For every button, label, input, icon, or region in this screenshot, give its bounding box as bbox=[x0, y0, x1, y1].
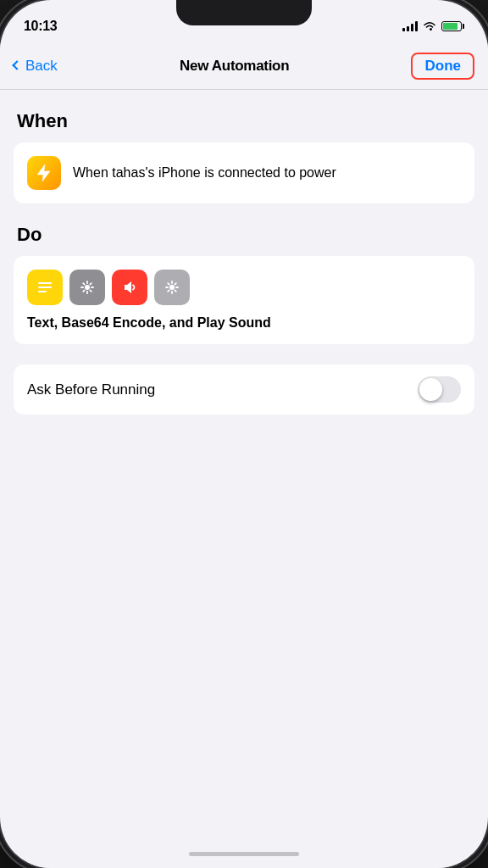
status-icons bbox=[402, 21, 464, 31]
do-card[interactable]: Text, Base64 Encode, and Play Sound bbox=[14, 256, 474, 344]
text-action-icon bbox=[27, 270, 63, 305]
back-chevron-icon bbox=[12, 60, 21, 70]
when-section-header: When bbox=[14, 110, 474, 132]
status-time: 10:13 bbox=[24, 19, 57, 34]
do-section: Do bbox=[14, 224, 474, 344]
toggle-knob bbox=[419, 378, 442, 401]
svg-rect-1 bbox=[38, 287, 52, 288]
home-indicator bbox=[0, 839, 488, 868]
gear2-action-icon bbox=[154, 270, 190, 305]
done-button[interactable]: Done bbox=[411, 53, 474, 80]
wifi-icon bbox=[423, 21, 436, 31]
sound-action-icon bbox=[112, 270, 147, 305]
signal-icon bbox=[402, 21, 418, 31]
svg-point-3 bbox=[85, 285, 90, 290]
nav-title: New Automation bbox=[180, 58, 289, 75]
power-trigger-icon bbox=[27, 156, 61, 190]
notch bbox=[176, 0, 312, 25]
action-icons-row bbox=[27, 270, 461, 305]
back-button[interactable]: Back bbox=[14, 58, 58, 75]
content-area: When When tahas's iPhone is connected to… bbox=[0, 90, 488, 839]
svg-rect-2 bbox=[38, 291, 47, 292]
screen: Back New Automation Done When When tahas… bbox=[0, 42, 488, 868]
base64-action-icon bbox=[69, 270, 105, 305]
do-actions-label: Text, Base64 Encode, and Play Sound bbox=[27, 315, 271, 330]
home-bar bbox=[189, 852, 299, 856]
ask-before-running-card: Ask Before Running bbox=[14, 364, 474, 415]
nav-bar: Back New Automation Done bbox=[0, 42, 488, 90]
svg-point-4 bbox=[169, 285, 175, 290]
trigger-description: When tahas's iPhone is connected to powe… bbox=[73, 164, 336, 182]
do-section-header: Do bbox=[14, 224, 474, 246]
battery-icon bbox=[441, 21, 464, 31]
ask-before-running-toggle[interactable] bbox=[418, 376, 461, 403]
back-label: Back bbox=[25, 58, 58, 75]
ask-before-running-label: Ask Before Running bbox=[27, 381, 155, 398]
when-card[interactable]: When tahas's iPhone is connected to powe… bbox=[14, 142, 474, 203]
svg-rect-0 bbox=[38, 282, 52, 284]
phone-frame: 10:13 bbox=[0, 0, 488, 868]
